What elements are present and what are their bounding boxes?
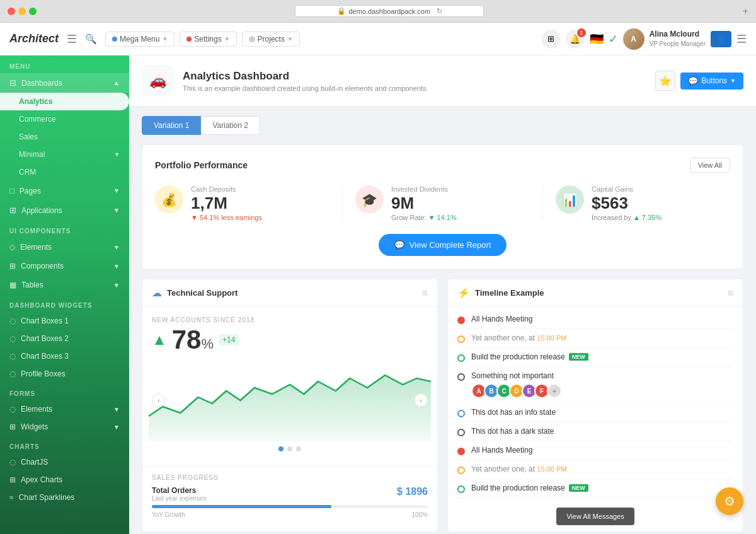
elements-chevron: ▼ xyxy=(113,244,120,251)
star-button[interactable]: ⭐ xyxy=(655,71,675,91)
tl-dot-green-3 xyxy=(457,354,465,362)
minimal-label: Minimal xyxy=(19,150,45,159)
metric-value-cash: 1,7M xyxy=(191,195,262,211)
chart-pagination-dots xyxy=(152,446,428,451)
browser-dots xyxy=(8,8,37,15)
tl-dot-blue-5 xyxy=(457,410,465,417)
blue-user-btn[interactable]: 👤 xyxy=(711,31,731,47)
components-label: Components xyxy=(21,262,64,270)
grid-icon-btn[interactable]: ⊞ xyxy=(542,30,561,49)
sidebar-item-apex-charts[interactable]: ⊞ Apex Charts xyxy=(0,471,129,489)
form-widgets-icon: ⊞ xyxy=(9,422,16,431)
tab-variation1[interactable]: Variation 1 xyxy=(142,116,201,135)
sidebar-item-dashboards[interactable]: ⊟ Dashboards ▲ xyxy=(0,73,129,93)
sidebar-item-crm[interactable]: CRM xyxy=(0,163,129,181)
form-widgets-label: Widgets xyxy=(21,422,48,431)
variation-tabs: Variation 1 Variation 2 xyxy=(142,116,743,135)
timeline-menu-icon[interactable]: ≡ xyxy=(728,287,733,299)
portfolio-title: Portfolio Performance xyxy=(155,160,248,170)
sidebar-item-elements[interactable]: ◇ Elements ▼ xyxy=(0,238,129,257)
sidebar-item-commerce[interactable]: Commerce xyxy=(0,110,129,128)
sidebar-item-profile-boxes[interactable]: ◌ Profile Boxes xyxy=(0,365,129,383)
metric-label-cash: Cash Deposits xyxy=(191,185,262,193)
url-bar[interactable]: 🔒 demo.dashboardpack.com ↻ xyxy=(295,5,484,17)
sidebar-item-form-elements[interactable]: ◌ Elements ▼ xyxy=(0,400,129,418)
tl-content-9: Build the production release NEW xyxy=(471,484,733,492)
chart-dot-3[interactable] xyxy=(296,446,301,451)
sidebar-section-charts: CHARTS xyxy=(0,436,129,453)
chart-nav-left[interactable]: ‹ xyxy=(152,393,166,407)
chart-dot-1[interactable] xyxy=(278,446,284,451)
mega-menu-btn[interactable]: Mega Menu ▼ xyxy=(105,32,175,47)
chart-boxes-3-icon: ◌ xyxy=(9,352,16,361)
form-elements-label: Elements xyxy=(21,405,52,414)
browser-new-tab[interactable]: + xyxy=(743,6,748,17)
sidebar-item-chart-boxes-2[interactable]: ◌ Chart Boxes 2 xyxy=(0,330,129,347)
sidebar-item-chart-boxes-1[interactable]: ◌ Chart Boxes 1 xyxy=(0,312,129,330)
line-chart-svg xyxy=(149,359,431,441)
buttons-dropdown[interactable]: 💬 Buttons ▼ xyxy=(680,73,743,90)
apex-charts-label: Apex Charts xyxy=(21,475,62,484)
tl-content-3: Build the production release NEW xyxy=(471,352,733,361)
sidebar-item-chart-boxes-3[interactable]: ◌ Chart Boxes 3 xyxy=(0,347,129,365)
chart-area xyxy=(149,375,431,441)
analytics-label: Analytics xyxy=(19,97,52,106)
sidebar-item-chart-sparklines[interactable]: ≈ Chart Sparklines xyxy=(0,489,129,506)
tech-support-header: ☁ Technical Support ≡ xyxy=(142,279,437,307)
form-elements-icon: ◌ xyxy=(9,405,16,414)
nav-right: ⊞ 🔔 1 🇩🇪 ✓ A Alina Mclourd VP People Man… xyxy=(542,28,747,50)
pages-label: Pages xyxy=(20,187,41,195)
sidebar-item-form-widgets[interactable]: ⊞ Widgets ▼ xyxy=(0,418,129,436)
portfolio-card: Portfolio Performance View All 💰 Cash De… xyxy=(142,144,743,269)
applications-label: Applications xyxy=(21,206,62,215)
settings-fab[interactable]: ⚙ xyxy=(716,487,743,515)
sidebar-item-tables[interactable]: ▦ Tables ▼ xyxy=(0,276,129,294)
notification-badge: 1 xyxy=(577,28,586,37)
dot-yellow xyxy=(18,8,26,15)
new-badge-3: NEW xyxy=(569,353,588,361)
timeline-item-4: Something not important A B C D E F + xyxy=(457,367,733,403)
chart-nav-right[interactable]: › xyxy=(414,393,428,407)
nav-menu-icon[interactable]: ☰ xyxy=(736,32,747,46)
tech-support-menu-icon[interactable]: ≡ xyxy=(422,287,428,299)
check-status[interactable]: ✓ xyxy=(609,32,618,46)
user-info: Alina Mclourd VP People Manager xyxy=(650,30,706,48)
timeline-icon: ⚡ xyxy=(457,287,470,299)
view-all-messages-btn[interactable]: View All Messages xyxy=(556,508,634,525)
projects-btn[interactable]: ◎ Projects ▼ xyxy=(242,32,300,47)
hamburger-icon[interactable]: ☰ xyxy=(67,32,77,46)
view-complete-report-btn[interactable]: 💬 View Complete Report xyxy=(379,234,507,256)
timeline-item-5: This dot has an info state xyxy=(457,403,733,422)
page-header-actions: ⭐ 💬 Buttons ▼ xyxy=(655,71,743,91)
flag-de[interactable]: 🇩🇪 xyxy=(590,32,604,46)
commerce-label: Commerce xyxy=(19,115,56,124)
sidebar-item-pages[interactable]: □ Pages ▼ xyxy=(0,181,129,200)
sidebar-item-applications[interactable]: ⊞ Applications ▼ xyxy=(0,200,129,220)
metric-icon-cash: 💰 xyxy=(155,185,183,214)
sidebar-item-analytics[interactable]: Analytics xyxy=(0,93,129,110)
tab-variation2[interactable]: Variation 2 xyxy=(201,116,260,135)
tl-content-5: This dot has an info state xyxy=(471,408,733,417)
tl-dot-dark-6 xyxy=(457,429,465,436)
tl-content-8: Yet another one, at 15:00 PM xyxy=(471,465,733,473)
total-orders-amount: $ 1896 xyxy=(397,486,428,497)
tl-dot-yellow-8 xyxy=(457,467,465,474)
settings-btn[interactable]: Settings ▼ xyxy=(180,32,236,47)
notification-bell[interactable]: 🔔 1 xyxy=(566,30,585,49)
crm-label: CRM xyxy=(19,168,36,177)
chart-dot-2[interactable] xyxy=(287,446,292,451)
progress-bar xyxy=(152,505,428,508)
tl-dot-yellow-2 xyxy=(457,335,465,343)
elements-label: Elements xyxy=(20,243,52,252)
metric-value-invested: 9M xyxy=(391,195,457,211)
sidebar-item-chartjs[interactable]: ◌ ChartJS xyxy=(0,453,129,471)
components-chevron: ▼ xyxy=(113,263,120,270)
sidebar-item-minimal[interactable]: Minimal ▼ xyxy=(0,146,129,163)
search-icon[interactable]: 🔍 xyxy=(85,33,97,45)
sidebar-item-sales[interactable]: Sales xyxy=(0,128,129,146)
applications-icon: ⊞ xyxy=(9,206,16,215)
sidebar-item-components[interactable]: ⊞ Components ▼ xyxy=(0,257,129,276)
timeline-item-8: Yet another one, at 15:00 PM xyxy=(457,460,733,479)
view-all-button[interactable]: View All xyxy=(690,158,730,173)
sidebar-section-forms: FORMS xyxy=(0,383,129,400)
